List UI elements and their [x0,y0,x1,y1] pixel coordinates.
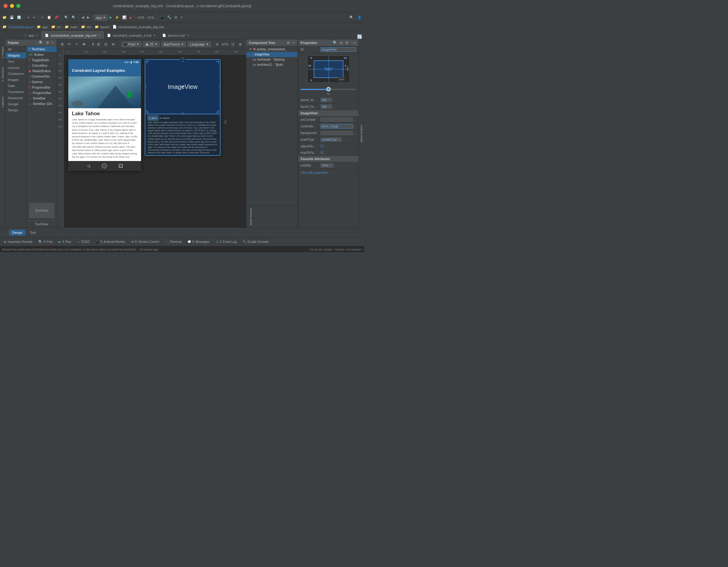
toolbar-vcs-btn[interactable]: VCS [136,15,146,20]
design-toolbar-align-btn[interactable]: ⊞ [96,42,101,47]
breadcrumb-item-3[interactable]: main [70,25,77,29]
project-label[interactable]: 1: Project [1,46,5,59]
tree-item-textview11[interactable]: Ab textView11 - "@stri [246,62,298,67]
toolbar-cut-btn[interactable]: ✂ [40,15,45,20]
status-terminal[interactable]: ⬛ Terminal [164,240,183,244]
palette-widget-radiobutton[interactable]: ◉ RadioButton [27,68,57,74]
build-variants-label[interactable]: Build Variants [249,207,253,226]
toolbar-run-btn[interactable]: ▶ [108,15,113,20]
toolbar-settings-btn[interactable]: ⚙ [173,15,179,20]
design-toolbar-btn-move[interactable]: ✚ [81,42,87,47]
prop-srccompat-dots[interactable]: … [353,118,356,121]
palette-cat-date[interactable]: Date [5,83,26,89]
gradle-icon[interactable]: 🔄 [357,34,362,39]
prop-id-input[interactable] [320,47,356,52]
palette-widget-button[interactable]: OK Button [27,52,57,57]
pan-btn[interactable]: ✋ [245,42,246,47]
toolbar-save-btn[interactable]: 💾 [8,15,15,20]
toolbar-replace-btn[interactable]: 🔍 [70,15,77,20]
theme-dropdown[interactable]: AppTheme ▼ [161,42,186,47]
prop-srccompat-input[interactable] [320,117,353,122]
prop-adjustvie-dots[interactable]: … [324,145,327,148]
toolbar-search-all-btn[interactable]: 🔍 [348,15,355,20]
toolbar-sync-btn[interactable]: 🔄 [16,15,22,20]
palette-cat-layouts[interactable]: Layouts [5,65,26,71]
properties-settings-btn[interactable]: ⚙ [345,41,349,45]
breadcrumb-item-1[interactable]: app [42,25,48,29]
toolbar-copy-btn[interactable]: 📋 [46,15,52,20]
toolbar-open-btn[interactable]: 📁 [1,15,8,20]
toolbar-vcs2-btn[interactable]: VCS [146,15,156,20]
prop-contentd-input[interactable] [320,124,353,129]
minimize-button[interactable] [10,4,14,8]
palette-cat-transitions[interactable]: Transitions [5,89,26,95]
tab-app[interactable]: ⬡ app ✕ [21,31,42,39]
prop-contentd-dots[interactable]: … [353,125,356,128]
tree-item-root[interactable]: ▼ N activity_constraintset_ [246,46,298,52]
status-gradle-console[interactable]: 🔨 Gradle Console [241,240,270,244]
component-tree-expand-btn[interactable]: + [292,41,295,45]
tab-dimens[interactable]: 📄 dimens.xml ✕ [159,31,192,39]
palette-cat-google[interactable]: Google [5,101,26,107]
properties-search-btn[interactable]: 🔍 [332,41,338,45]
tab-constraint3[interactable]: 📄 constraint_example_3.xml ✕ [104,31,159,39]
palette-cat-text[interactable]: Text [5,59,26,65]
view-all-properties-link[interactable]: View all properties → [298,169,359,176]
toolbar-back-btn[interactable]: ◀ [80,15,85,20]
toolbar-avd-btn[interactable]: 📱 [159,15,165,20]
properties-expand-btn[interactable]: →| [350,41,356,45]
prop-scaletype-select[interactable]: centerCrop ▼ [320,137,342,142]
device-dropdown[interactable]: 📱 Pixel ▼ [121,42,141,47]
status-vcs[interactable]: ⇄ 9: Version Control [130,240,160,244]
toolbar-help-btn[interactable]: ? [179,15,184,20]
status-event-log[interactable]: ② 2: Event Log [214,240,238,244]
palette-cat-containers[interactable]: Containers [5,71,26,77]
bottom-tab-design[interactable]: Design [9,230,25,236]
toolbar-redo-btn[interactable]: ↪ [32,15,37,20]
tab-constraint3-close[interactable]: ✕ [153,34,156,37]
palette-widget-textview[interactable]: T TextView [27,46,57,52]
tab-constraintset-close[interactable]: ✕ [98,34,100,37]
tab-app-close[interactable]: ✕ [36,34,38,37]
palette-widget-progressbar-c[interactable]: C ProgressBar [27,85,57,90]
prop-croptopa-check[interactable]: ☑ [320,150,324,155]
tab-constraintset[interactable]: 📄 constraintset_example_big.xml ✕ [42,31,104,39]
palette-settings-btn[interactable]: ⚙ [45,41,50,45]
breadcrumb-item-4[interactable]: res [86,25,91,29]
zoom-in-btn[interactable]: ⊕ [238,42,243,47]
palette-widget-checkbox[interactable]: ✓ CheckBox [27,63,57,68]
prop-background-input[interactable] [320,131,353,135]
structure-label[interactable]: Z: Structure [1,66,5,83]
properties-refresh-btn[interactable]: ⇄ [339,41,343,45]
palette-widget-checkedtext[interactable]: ~ CheckedTex [27,74,57,79]
toolbar-paste-btn[interactable]: 📌 [53,15,60,20]
tree-item-imageview[interactable]: ▪ imageView [246,52,298,57]
design-toolbar-btn-1[interactable]: ⊞ [59,42,65,47]
palette-cat-all[interactable]: All [5,46,26,52]
design-toolbar-distribute-btn[interactable]: ⊟ [103,42,109,47]
palette-expand-btn[interactable]: + [51,41,54,45]
slider-track[interactable] [301,89,356,90]
status-run[interactable]: ▶ 4: Run [57,240,72,244]
canvas-scroll-area[interactable]: WiFi ▮ 7:00 Constraint Layout Examples [64,55,246,228]
design-toolbar-chain-btn[interactable]: ⊕ [110,42,116,47]
tree-item-textview9[interactable]: Ab textView9 - "@string [246,57,298,62]
palette-widget-seekbar[interactable]: — SeekBar [27,96,57,101]
status-inspection[interactable]: ⚙ Inspection Results [2,240,34,244]
status-messages[interactable]: 💬 0: Messages [186,240,211,244]
captures-label[interactable]: Captures [1,96,5,109]
palette-search-btn[interactable]: 🔍 [38,41,44,45]
toolbar-debug-btn[interactable]: ⚡ [114,15,120,20]
prop-layout-he-select[interactable]: 0dp ▼ [320,104,332,109]
prop-visibility-dots[interactable]: … [334,164,337,167]
breadcrumb-item-6[interactable]: constraintset_example_big.xml [118,25,164,29]
prop-croptopa-dots[interactable]: … [324,151,327,154]
toolbar-search-btn[interactable]: 🔍 [63,15,70,20]
app-dropdown[interactable]: app ▼ [94,15,108,20]
design-toolbar-btn-2[interactable]: ✏ [67,42,72,47]
toolbar-stop-btn[interactable]: ■ [128,15,133,20]
breadcrumb-item-5[interactable]: layout [100,25,109,29]
prop-scaletype-dots[interactable]: … [342,138,345,141]
toolbar-sdk-btn[interactable]: 🔧 [166,15,173,20]
prop-layout-wi-dots[interactable]: … [333,98,336,102]
